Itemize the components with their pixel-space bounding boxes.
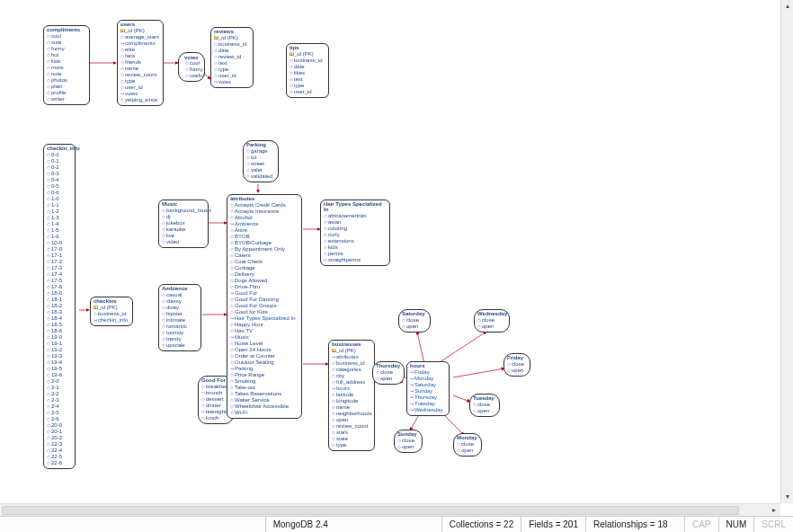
field-row[interactable]: ◇Wi-Fi [229,410,299,416]
entity-saturday[interactable]: Saturday ◇close◇open [398,309,431,332]
field-row[interactable]: ◇video [161,239,206,245]
field-row[interactable]: ◇garage [245,148,276,155]
field-row[interactable]: ◇19-4 [46,359,73,366]
field-row[interactable]: ◇open [506,368,528,374]
field-row[interactable]: ◇dj [161,214,206,220]
field-row[interactable]: ↪Monday [409,376,447,382]
field-row[interactable]: ◇review_count [120,72,161,78]
field-row[interactable]: ◇Waiter Service [229,397,299,403]
field-row[interactable]: ◇Good For Groups [229,303,299,309]
field-row[interactable]: ◇22-6 [46,460,73,466]
entity-votes[interactable]: votes ◇cool◇funny◇useful [178,52,205,82]
field-row[interactable]: ◇1-4 [46,221,73,227]
entity-wednesday[interactable]: Wednesday ◇close◇open [474,309,510,332]
field-row[interactable]: ◇2-1 [46,385,73,391]
field-row[interactable]: ◇17-6 [46,284,73,290]
horizontal-scrollbar[interactable]: ▸ [0,503,780,516]
entity-hairtypes[interactable]: Hair Types Specialized In ◇africanameric… [320,200,390,266]
field-row[interactable]: ◇1-3 [46,215,73,221]
field-row[interactable]: ◇text [289,76,326,83]
field-row[interactable]: ◇open [401,324,428,330]
field-row[interactable]: ◇date [289,64,326,70]
field-row[interactable]: ◇1-2 [46,208,73,215]
field-row[interactable]: ◇live [161,233,206,239]
field-row[interactable]: ◇17-1 [46,253,73,259]
field-row[interactable]: ◇22-5 [46,454,73,460]
field-row[interactable]: ◇street [245,161,276,167]
field-row[interactable]: ◇17-2 [46,259,73,265]
field-row[interactable]: ◇2-5 [46,410,73,416]
field-row[interactable]: ◇20-1 [46,429,73,435]
field-row[interactable]: ◇city [331,373,372,379]
field-row[interactable]: ◇18-3 [46,309,73,315]
field-row[interactable]: ◇18-4 [46,315,73,322]
field-row[interactable]: ◇trendy [161,336,199,342]
field-row[interactable]: ◇state [331,436,372,442]
field-row[interactable]: ↪Friday [409,369,447,376]
field-row[interactable]: ◇1-5 [46,227,73,234]
field-row[interactable]: ◇name [120,66,161,72]
field-row[interactable]: ◇19-5 [46,366,73,372]
field-row[interactable]: ◇more [46,65,87,71]
entity-tips[interactable]: tips ⚿_id (PK)◇business_id◇date◇likes◇te… [286,43,329,98]
field-row[interactable]: ◇BYOB/Corkage [229,240,299,246]
entity-thursday[interactable]: Thursday ◇close◇open [372,361,405,385]
field-row[interactable]: ◇Coat Check [229,259,299,265]
field-row[interactable]: ◇background_music [161,208,206,214]
field-row[interactable]: ◇average_stars [120,34,161,40]
field-row[interactable]: ↪Hair Types Specialized In [229,315,299,322]
field-row[interactable]: ◇Order at Counter [229,353,299,359]
field-row[interactable]: ◇Delivery [229,271,299,278]
field-row[interactable]: ◇2-3 [46,397,73,403]
entity-hours[interactable]: hours ↪Friday↪Monday↪Saturday↪Sunday↪Thu… [406,361,450,416]
field-row[interactable]: ◇stars [331,430,372,436]
field-row[interactable]: ↪Good For [229,290,299,297]
field-row[interactable]: ◇18-1 [46,297,73,303]
field-row[interactable]: ◇Outdoor Seating [229,359,299,366]
entity-checkin-info[interactable]: checkin_info ◇0-0◇0-1◇0-2◇0-3◇0-4◇0-5◇0-… [43,144,76,469]
field-row[interactable]: ◇18-6 [46,328,73,334]
field-row[interactable]: ◇0-6 [46,190,73,196]
field-row[interactable]: ◇Smoking [229,378,299,385]
field-row[interactable]: ◇17-0 [46,246,73,253]
field-row[interactable]: ◇review_id [213,54,251,60]
field-row[interactable]: ↪Tuesday [409,401,447,407]
field-row[interactable]: ◇close [506,361,528,368]
field-row[interactable]: ↪Music [229,334,299,341]
entity-attributes[interactable]: attributes ◇Accepts Credit Cards◇Accepts… [227,194,302,419]
field-row[interactable]: ↪Wednesday [409,407,447,413]
field-row[interactable]: ◇romantic [161,324,199,330]
field-row[interactable]: ◇neighborhoods [331,411,372,417]
field-row[interactable]: ◇perms [323,251,388,257]
field-row[interactable]: ◇yelping_since [120,97,161,103]
field-row[interactable]: ◇2-4 [46,403,73,410]
field-row[interactable]: ◇0-2 [46,164,73,171]
entity-music[interactable]: Music ◇background_music◇dj◇jukebox◇karao… [158,200,209,248]
field-row[interactable]: ◇text [213,60,251,66]
field-row[interactable]: ◇17-4 [46,271,73,278]
entity-reviews[interactable]: reviews ⚿_id (PK)◇business_id◇date◇revie… [210,27,254,88]
entity-ambience[interactable]: Ambience ◇casual◇classy◇divey◇hipster◇in… [158,284,201,351]
field-row[interactable]: ◇cool [46,33,87,40]
field-row[interactable]: ◇intimate [161,317,199,324]
entity-parking[interactable]: Parking ◇garage◇lot◇street◇valet◇validat… [243,140,279,182]
field-row[interactable]: ◇19-0 [46,334,73,341]
field-row[interactable]: ◇classy [161,298,199,305]
schema-canvas[interactable]: compliments ◇cool◇cute◇funny◇hot◇lists◇m… [0,0,780,503]
field-row[interactable]: ◇17-3 [46,265,73,271]
field-row[interactable]: ◇0-0 [46,152,73,158]
field-row[interactable]: ◇Corkage [229,265,299,271]
field-row[interactable]: ↪votes [213,79,251,85]
field-row[interactable]: ◇casual [161,292,199,298]
field-row[interactable]: ◇type [213,66,251,73]
field-row[interactable]: ◇kids [323,244,388,251]
field-row[interactable]: ↪Parking [229,366,299,372]
field-row[interactable]: ◇karaoke [161,226,206,233]
field-row[interactable]: ◇date [213,48,251,54]
field-row[interactable]: ◇Accepts Credit Cards [229,202,299,208]
field-row[interactable]: ↪checkin_info [93,317,130,324]
field-row[interactable]: ⚿_id (PK) [331,348,372,354]
field-row[interactable]: ◇curly [323,232,388,238]
field-row[interactable]: ◇straightperms [323,257,388,263]
field-row[interactable]: ◇Alcohol [229,215,299,221]
